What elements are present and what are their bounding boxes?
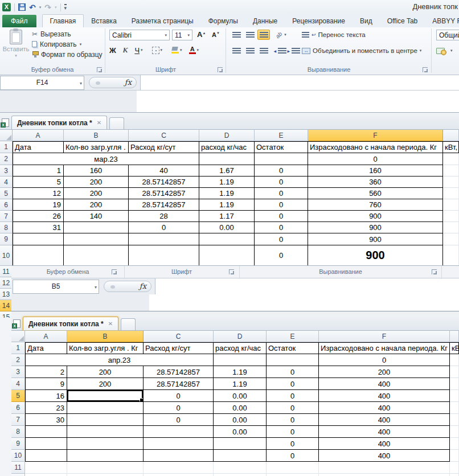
cell-C6[interactable]: 28.57142857 bbox=[129, 199, 199, 211]
cell-A4[interactable]: 9 bbox=[25, 378, 67, 390]
row-header-2[interactable]: 2 bbox=[11, 354, 25, 366]
formula-bar-splitter[interactable]: ƒx bbox=[104, 281, 151, 292]
tab-insert[interactable]: Вставка bbox=[84, 15, 124, 27]
tab-home[interactable]: Главная bbox=[42, 14, 84, 27]
row-header-8[interactable]: 8 bbox=[11, 426, 25, 438]
column-header-A[interactable]: A bbox=[25, 331, 67, 342]
cell-D8[interactable]: 0.00 bbox=[199, 222, 255, 233]
cell-G2[interactable] bbox=[450, 354, 459, 366]
column-header-C[interactable]: C bbox=[129, 130, 199, 141]
row-header-9[interactable]: 9 bbox=[0, 233, 13, 245]
formula-input-bottom[interactable] bbox=[155, 278, 459, 294]
row-header-1[interactable]: 1 bbox=[11, 342, 25, 354]
cell-F10[interactable]: 400 bbox=[319, 450, 450, 462]
merge-center-button[interactable]: ↔ Объединить и поместить в центре ▾ bbox=[302, 46, 421, 56]
column-header-D[interactable]: D bbox=[214, 331, 267, 342]
column-header-F[interactable]: F bbox=[308, 130, 443, 141]
tab-formulas[interactable]: Формулы bbox=[201, 15, 245, 27]
undo-icon[interactable]: ↶ bbox=[29, 3, 36, 11]
cell-D6[interactable]: 1.19 bbox=[199, 199, 255, 211]
cell-B4[interactable]: 200 bbox=[64, 177, 129, 188]
cell-D2[interactable] bbox=[199, 153, 255, 165]
cell-G3[interactable] bbox=[443, 165, 459, 177]
formula-input-top[interactable] bbox=[141, 75, 459, 90]
cell-G6[interactable] bbox=[443, 199, 459, 211]
row-header-9[interactable]: 9 bbox=[11, 438, 25, 450]
document-tab-1[interactable]: Дневник топки котла * ✕ bbox=[11, 116, 107, 129]
cell-A1[interactable]: Дата bbox=[13, 141, 64, 153]
name-box-dropdown-icon[interactable]: ▾ bbox=[80, 81, 82, 86]
cell-B5[interactable]: 200 bbox=[64, 188, 129, 199]
cell-C8[interactable]: 0 bbox=[129, 222, 199, 233]
cell-B7[interactable]: 140 bbox=[64, 211, 129, 222]
cell-A5[interactable]: 12 bbox=[13, 188, 64, 199]
cell-C7[interactable]: 0 bbox=[144, 414, 214, 426]
cell-E3[interactable]: 0 bbox=[255, 165, 308, 177]
font-name-combo[interactable]: Calibri ▾ bbox=[109, 30, 170, 40]
cell-D4[interactable]: 1.19 bbox=[199, 177, 255, 188]
accounting-format-button[interactable]: ▾ bbox=[436, 46, 453, 56]
row-header-6[interactable]: 6 bbox=[0, 199, 13, 211]
formula-bar-splitter[interactable]: ƒx bbox=[89, 77, 137, 88]
cell-A10[interactable] bbox=[25, 450, 67, 462]
undo-dropdown-icon[interactable]: ▾ bbox=[39, 5, 42, 10]
underline-button[interactable]: Ч bbox=[134, 46, 140, 55]
cell-D1[interactable]: расход кг/час bbox=[199, 141, 255, 153]
font-size-combo[interactable]: 11 ▾ bbox=[172, 30, 192, 40]
cell-F5[interactable]: 400 bbox=[319, 390, 450, 402]
cell-A5[interactable]: 16 bbox=[25, 390, 67, 402]
cell-G1[interactable]: кВт, bbox=[443, 141, 459, 153]
cell-A4[interactable]: 5 bbox=[13, 177, 64, 188]
cell-E5[interactable]: 0 bbox=[255, 188, 308, 199]
cell-F2[interactable]: 0 bbox=[319, 354, 450, 366]
tab-data[interactable]: Данные bbox=[245, 15, 285, 27]
shrink-font-button[interactable]: A▼ bbox=[212, 31, 220, 38]
cell-F12[interactable] bbox=[319, 474, 450, 476]
cell-D3[interactable]: 1.19 bbox=[214, 366, 267, 378]
cell-F5[interactable]: 560 bbox=[308, 188, 443, 199]
cell-G8[interactable] bbox=[443, 222, 459, 233]
row-header-12[interactable]: 12 bbox=[11, 474, 25, 476]
cell-G7[interactable] bbox=[443, 211, 459, 222]
cell-A2-merged[interactable]: апр.23 bbox=[25, 354, 214, 366]
column-header-B[interactable]: B bbox=[64, 130, 129, 141]
cell-G11[interactable] bbox=[450, 462, 459, 474]
row-header-10[interactable]: 10 bbox=[11, 450, 25, 462]
cell-F8[interactable]: 400 bbox=[319, 426, 450, 438]
font-color-icon[interactable]: А bbox=[189, 47, 196, 54]
align-right-button[interactable] bbox=[257, 46, 270, 56]
row-header-3[interactable]: 3 bbox=[0, 165, 13, 177]
cell-B10[interactable] bbox=[64, 245, 129, 266]
fx-icon[interactable]: ƒx bbox=[140, 282, 146, 290]
cell-C5[interactable]: 0 bbox=[144, 390, 214, 402]
cell-B4[interactable]: 200 bbox=[67, 378, 144, 390]
fill-color-icon[interactable] bbox=[171, 47, 179, 54]
column-header-E[interactable]: E bbox=[267, 331, 319, 342]
excel-app-icon[interactable]: X bbox=[2, 3, 11, 11]
cell-B3[interactable]: 200 bbox=[67, 366, 144, 378]
italic-button[interactable]: К bbox=[123, 46, 128, 55]
cell-D11[interactable] bbox=[214, 462, 267, 474]
row-header-7[interactable]: 7 bbox=[0, 211, 13, 222]
cell-G6[interactable] bbox=[450, 402, 459, 414]
increase-indent-button[interactable]: ▶ bbox=[289, 46, 302, 56]
tab-review[interactable]: Рецензирование bbox=[285, 15, 353, 27]
select-all-corner[interactable] bbox=[11, 331, 25, 342]
select-all-corner[interactable] bbox=[0, 130, 13, 141]
name-box-dropdown-icon[interactable]: ▾ bbox=[95, 285, 97, 290]
cell-E10[interactable]: 0 bbox=[267, 450, 319, 462]
column-header-E[interactable]: E bbox=[255, 130, 308, 141]
row-header-6[interactable]: 6 bbox=[11, 402, 25, 414]
borders-icon[interactable] bbox=[152, 47, 159, 54]
cell-D4[interactable]: 1.19 bbox=[214, 378, 267, 390]
cell-A7[interactable]: 26 bbox=[13, 211, 64, 222]
clipboard-dialog-launcher[interactable] bbox=[97, 67, 102, 72]
borders-dropdown-icon[interactable]: ▾ bbox=[161, 48, 163, 52]
cell-E6[interactable]: 0 bbox=[267, 402, 319, 414]
cell-E9[interactable]: 0 bbox=[255, 233, 308, 245]
align-top-button[interactable] bbox=[230, 30, 243, 40]
cell-B6[interactable]: 200 bbox=[64, 199, 129, 211]
cell-F6[interactable]: 760 bbox=[308, 199, 443, 211]
cell-A1[interactable]: Дата bbox=[25, 342, 67, 354]
cell-E7[interactable]: 0 bbox=[267, 414, 319, 426]
